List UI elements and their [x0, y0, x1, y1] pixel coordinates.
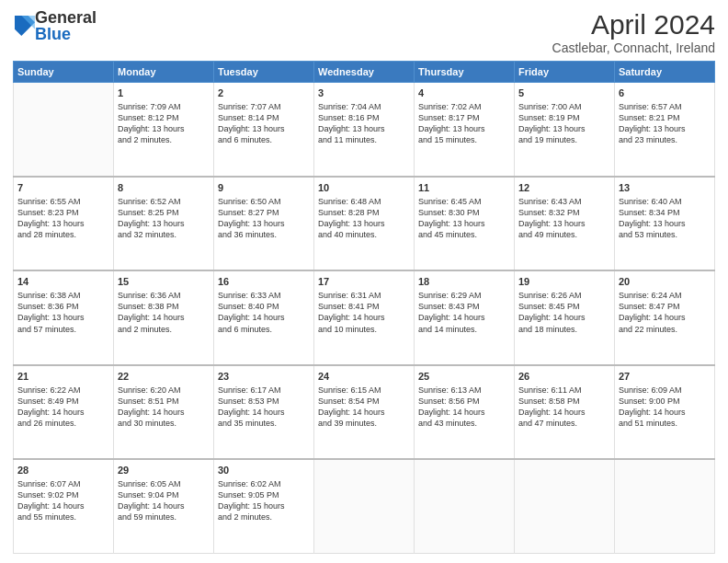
day-number: 14	[17, 275, 109, 289]
day-info-line: and 15 minutes.	[418, 134, 510, 145]
day-info-line: and 11 minutes.	[318, 134, 410, 145]
day-info-line: Daylight: 13 hours	[619, 123, 711, 134]
day-info-line: Sunrise: 7:02 AM	[418, 101, 510, 112]
day-info-line: Sunrise: 6:40 AM	[619, 196, 711, 207]
logo-text: General Blue	[35, 9, 97, 42]
day-info-line: Sunrise: 6:31 AM	[318, 290, 410, 301]
calendar-cell: 13Sunrise: 6:40 AMSunset: 8:34 PMDayligh…	[615, 177, 715, 270]
day-header-tuesday: Tuesday	[214, 62, 314, 83]
day-number: 28	[17, 464, 109, 477]
day-info-line: Sunrise: 6:29 AM	[418, 290, 510, 301]
day-number: 27	[619, 370, 711, 384]
day-info-line: Daylight: 13 hours	[518, 218, 610, 229]
day-info-line: and 40 minutes.	[318, 229, 410, 240]
header-row: SundayMondayTuesdayWednesdayThursdayFrid…	[14, 62, 715, 83]
day-info-line: Sunrise: 6:45 AM	[418, 196, 510, 207]
day-info-line: and 51 minutes.	[619, 418, 711, 429]
day-info-line: Daylight: 13 hours	[619, 218, 711, 229]
day-info-line: Sunrise: 6:55 AM	[17, 196, 109, 207]
day-number: 12	[518, 181, 610, 195]
day-info-line: Sunrise: 6:02 AM	[218, 478, 310, 489]
calendar-cell: 5Sunrise: 7:00 AMSunset: 8:19 PMDaylight…	[515, 83, 615, 177]
day-info-line: Sunset: 8:54 PM	[318, 396, 410, 407]
day-info-line: Daylight: 14 hours	[619, 312, 711, 323]
calendar-cell	[314, 459, 415, 553]
day-header-thursday: Thursday	[415, 62, 515, 83]
day-info-line: Sunset: 8:27 PM	[218, 207, 310, 218]
day-info-line: Daylight: 14 hours	[418, 407, 510, 418]
day-info-line: Daylight: 14 hours	[118, 407, 210, 418]
calendar-cell: 29Sunrise: 6:05 AMSunset: 9:04 PMDayligh…	[114, 459, 214, 553]
day-info-line: Sunrise: 6:15 AM	[318, 385, 410, 396]
calendar-cell: 1Sunrise: 7:09 AMSunset: 8:12 PMDaylight…	[114, 83, 214, 177]
day-info-line: Sunrise: 6:38 AM	[17, 290, 109, 301]
calendar-cell	[515, 459, 615, 553]
calendar-cell: 21Sunrise: 6:22 AMSunset: 8:49 PMDayligh…	[14, 365, 114, 459]
day-number: 11	[418, 181, 510, 195]
week-row-5: 28Sunrise: 6:07 AMSunset: 9:02 PMDayligh…	[14, 459, 715, 553]
day-number: 30	[218, 464, 310, 477]
day-info-line: Daylight: 15 hours	[218, 500, 310, 511]
day-info-line: and 22 minutes.	[619, 324, 711, 335]
day-info-line: Daylight: 13 hours	[318, 218, 410, 229]
day-info-line: Daylight: 13 hours	[318, 123, 410, 134]
day-info-line: Sunrise: 6:48 AM	[318, 196, 410, 207]
day-info-line: Sunset: 8:12 PM	[118, 112, 210, 123]
day-info-line: Sunrise: 6:57 AM	[619, 101, 711, 112]
day-info-line: Sunrise: 6:11 AM	[518, 385, 610, 396]
day-number: 4	[418, 86, 510, 100]
day-info-line: and 39 minutes.	[318, 418, 410, 429]
day-info-line: and 45 minutes.	[418, 229, 510, 240]
day-header-friday: Friday	[515, 62, 615, 83]
day-info-line: Sunrise: 6:09 AM	[619, 385, 711, 396]
day-info-line: and 2 minutes.	[218, 511, 310, 523]
title-area: April 2024 Castlebar, Connacht, Ireland	[552, 9, 715, 55]
day-info-line: Sunset: 8:30 PM	[418, 207, 510, 218]
calendar-cell: 15Sunrise: 6:36 AMSunset: 8:38 PMDayligh…	[114, 270, 214, 364]
day-info-line: Sunset: 8:56 PM	[418, 396, 510, 407]
day-info-line: Sunset: 8:14 PM	[218, 112, 310, 123]
day-number: 7	[17, 181, 109, 195]
day-info-line: Daylight: 14 hours	[518, 312, 610, 323]
day-header-monday: Monday	[114, 62, 214, 83]
calendar-cell: 30Sunrise: 6:02 AMSunset: 9:05 PMDayligh…	[214, 459, 314, 553]
calendar-header: SundayMondayTuesdayWednesdayThursdayFrid…	[14, 62, 715, 83]
day-info-line: and 47 minutes.	[518, 418, 610, 429]
day-info-line: and 36 minutes.	[218, 229, 310, 240]
day-info-line: and 59 minutes.	[118, 511, 210, 523]
day-info-line: Sunrise: 6:17 AM	[218, 385, 310, 396]
day-number: 5	[518, 86, 610, 100]
day-info-line: Sunrise: 6:13 AM	[418, 385, 510, 396]
day-info-line: Sunrise: 6:24 AM	[619, 290, 711, 301]
calendar-cell: 24Sunrise: 6:15 AMSunset: 8:54 PMDayligh…	[314, 365, 415, 459]
calendar-cell: 9Sunrise: 6:50 AMSunset: 8:27 PMDaylight…	[214, 177, 314, 270]
day-info-line: and 18 minutes.	[518, 324, 610, 335]
calendar-cell: 16Sunrise: 6:33 AMSunset: 8:40 PMDayligh…	[214, 270, 314, 364]
day-number: 20	[619, 275, 711, 289]
calendar-cell: 17Sunrise: 6:31 AMSunset: 8:41 PMDayligh…	[314, 270, 415, 364]
day-info-line: Daylight: 13 hours	[218, 123, 310, 134]
day-info-line: Daylight: 13 hours	[518, 123, 610, 134]
day-number: 29	[118, 464, 210, 477]
logo-area: General Blue	[13, 9, 97, 42]
calendar-cell: 8Sunrise: 6:52 AMSunset: 8:25 PMDaylight…	[114, 177, 214, 270]
day-number: 16	[218, 275, 310, 289]
day-info-line: Sunrise: 6:22 AM	[17, 385, 109, 396]
logo-icon	[15, 16, 35, 36]
location-title: Castlebar, Connacht, Ireland	[552, 40, 715, 55]
day-number: 3	[318, 86, 410, 100]
day-info-line: and 28 minutes.	[17, 229, 109, 240]
day-info-line: Sunrise: 7:07 AM	[218, 101, 310, 112]
day-info-line: and 49 minutes.	[518, 229, 610, 240]
day-info-line: Sunset: 9:04 PM	[118, 489, 210, 500]
calendar-cell: 26Sunrise: 6:11 AMSunset: 8:58 PMDayligh…	[515, 365, 615, 459]
day-info-line: Daylight: 13 hours	[17, 218, 109, 229]
day-number: 18	[418, 275, 510, 289]
day-info-line: Sunrise: 7:00 AM	[518, 101, 610, 112]
day-info-line: Daylight: 14 hours	[619, 407, 711, 418]
day-info-line: Sunset: 8:21 PM	[619, 112, 711, 123]
day-info-line: and 2 minutes.	[118, 324, 210, 335]
day-info-line: and 6 minutes.	[218, 324, 310, 335]
day-info-line: Sunrise: 6:36 AM	[118, 290, 210, 301]
day-number: 2	[218, 86, 310, 100]
